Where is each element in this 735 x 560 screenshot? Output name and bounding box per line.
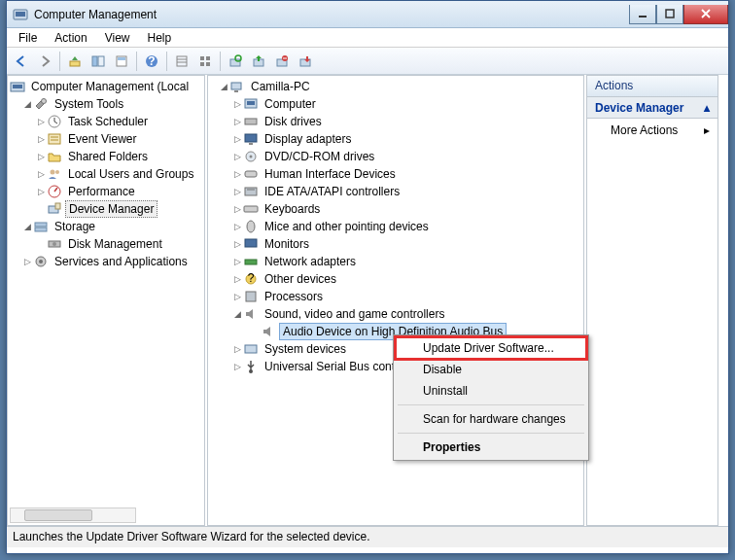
expand-icon[interactable]: ▷: [231, 273, 243, 285]
update-driver-toolbar-button[interactable]: [248, 51, 269, 72]
expand-icon[interactable]: ▷: [231, 291, 243, 302]
ctx-scan[interactable]: Scan for hardware changes: [396, 408, 586, 430]
disable-toolbar-button[interactable]: [295, 51, 316, 72]
ctx-separator: [398, 404, 584, 405]
view-button-2[interactable]: [194, 51, 216, 72]
titlebar[interactable]: Computer Management: [7, 1, 728, 28]
device-category[interactable]: ▷Monitors: [210, 235, 583, 253]
ctx-disable[interactable]: Disable: [396, 359, 586, 380]
properties-toolbar-button[interactable]: [111, 51, 132, 72]
tree-task-scheduler[interactable]: ▷ Task Scheduler: [10, 113, 204, 130]
svg-rect-47: [245, 119, 257, 124]
ctx-uninstall[interactable]: Uninstall: [396, 380, 586, 402]
svg-rect-16: [200, 62, 204, 66]
expand-icon[interactable]: ▷: [231, 168, 243, 180]
svg-rect-43: [231, 83, 241, 89]
tree-disk-management[interactable]: Disk Management: [10, 235, 204, 253]
status-bar: Launches the Update Driver Software Wiza…: [7, 526, 728, 547]
device-category[interactable]: ▷IDE ATA/ATAPI controllers: [210, 183, 583, 200]
forward-button[interactable]: [34, 51, 55, 72]
device-manager-icon: [47, 201, 62, 217]
device-category[interactable]: ▷Network adapters: [210, 253, 583, 270]
back-button[interactable]: [11, 51, 32, 72]
expand-icon[interactable]: ▷: [35, 116, 47, 127]
menu-file[interactable]: File: [11, 29, 45, 47]
tree-local-users[interactable]: ▷ Local Users and Groups: [10, 165, 204, 183]
expand-icon[interactable]: ▷: [35, 151, 47, 162]
monitor-icon: [243, 236, 259, 252]
device-category[interactable]: ▷DVD/CD-ROM drives: [210, 148, 583, 165]
device-category[interactable]: ◢Sound, video and game controllers: [210, 305, 583, 323]
tree-root[interactable]: Computer Management (Local: [10, 78, 204, 95]
view-button-1[interactable]: [171, 51, 192, 72]
svg-point-56: [247, 221, 255, 232]
menu-help[interactable]: Help: [140, 29, 180, 47]
tree-event-viewer[interactable]: ▷ Event Viewer: [10, 130, 204, 148]
actions-section[interactable]: Device Manager ▴: [587, 97, 718, 119]
device-category[interactable]: ▷Disk drives: [210, 113, 583, 130]
svg-rect-6: [98, 56, 104, 66]
scan-button[interactable]: [225, 51, 246, 72]
menu-view[interactable]: View: [97, 29, 138, 47]
device-category[interactable]: ▷Keyboards: [210, 200, 583, 218]
svg-point-63: [249, 369, 253, 373]
svg-point-40: [52, 242, 56, 246]
disk-icon: [47, 236, 62, 252]
more-actions[interactable]: More Actions ▸: [587, 119, 718, 142]
help-button[interactable]: ?: [141, 51, 162, 72]
svg-rect-1: [16, 12, 25, 17]
expand-icon[interactable]: ▷: [231, 343, 243, 355]
expand-icon[interactable]: ▷: [231, 238, 243, 250]
tree-shared-folders[interactable]: ▷ Shared Folders: [10, 148, 204, 165]
expand-icon[interactable]: ▷: [231, 256, 243, 267]
expand-icon[interactable]: ▷: [231, 133, 243, 145]
expand-icon[interactable]: ▷: [231, 151, 243, 162]
tree-device-manager[interactable]: Device Manager: [10, 200, 204, 218]
collapse-icon[interactable]: ◢: [21, 221, 33, 232]
maximize-button[interactable]: [656, 5, 683, 24]
tree-performance[interactable]: ▷ Performance: [10, 183, 204, 200]
collapse-icon[interactable]: ◢: [21, 98, 33, 110]
svg-point-32: [51, 170, 55, 175]
device-category[interactable]: ▷Human Interface Devices: [210, 165, 583, 183]
tree-services-apps[interactable]: ▷ Services and Applications: [10, 253, 204, 270]
expand-icon[interactable]: ▷: [35, 186, 47, 197]
up-button[interactable]: [64, 51, 86, 72]
device-category[interactable]: ▷Computer: [210, 95, 583, 113]
horizontal-scrollbar[interactable]: [10, 508, 136, 523]
expand-icon[interactable]: ▷: [231, 203, 243, 215]
show-hide-tree-button[interactable]: [88, 51, 109, 72]
console-tree-pane[interactable]: Computer Management (Local ◢ System Tool…: [7, 75, 205, 526]
expand-icon[interactable]: ▷: [35, 168, 47, 180]
collapse-icon[interactable]: ◢: [231, 308, 243, 320]
expand-icon[interactable]: ▷: [21, 256, 33, 267]
expand-icon[interactable]: ▷: [231, 186, 243, 197]
device-category[interactable]: ▷Display adapters: [210, 130, 583, 148]
collapse-up-icon[interactable]: ▴: [704, 101, 710, 115]
ctx-update-driver[interactable]: Update Driver Software...: [396, 337, 586, 359]
svg-rect-37: [35, 223, 47, 227]
expand-icon[interactable]: ▷: [231, 221, 243, 232]
device-category[interactable]: ▷?Other devices: [210, 270, 583, 288]
close-button[interactable]: [683, 5, 728, 24]
minimize-button[interactable]: [629, 5, 656, 24]
users-icon: [47, 166, 62, 182]
tree-system-tools[interactable]: ◢ System Tools: [10, 95, 204, 113]
expand-icon[interactable]: ▷: [35, 133, 47, 145]
expand-icon[interactable]: ▷: [231, 98, 243, 110]
device-root[interactable]: ◢Camilla-PC: [210, 78, 583, 95]
actions-header: Actions: [587, 76, 718, 97]
uninstall-toolbar-button[interactable]: [271, 51, 293, 72]
device-category[interactable]: ▷Processors: [210, 288, 583, 305]
body-panes: Computer Management (Local ◢ System Tool…: [7, 75, 728, 526]
expand-icon[interactable]: ▷: [231, 116, 243, 127]
menu-action[interactable]: Action: [47, 29, 94, 47]
ctx-properties[interactable]: Properties: [396, 437, 586, 458]
svg-rect-2: [639, 16, 647, 18]
device-category[interactable]: ▷Mice and other pointing devices: [210, 218, 583, 235]
svg-rect-11: [177, 56, 187, 66]
expand-icon[interactable]: ▷: [231, 361, 243, 372]
collapse-icon[interactable]: ◢: [218, 81, 229, 92]
svg-rect-29: [49, 134, 60, 144]
tree-storage[interactable]: ◢ Storage: [10, 218, 204, 235]
